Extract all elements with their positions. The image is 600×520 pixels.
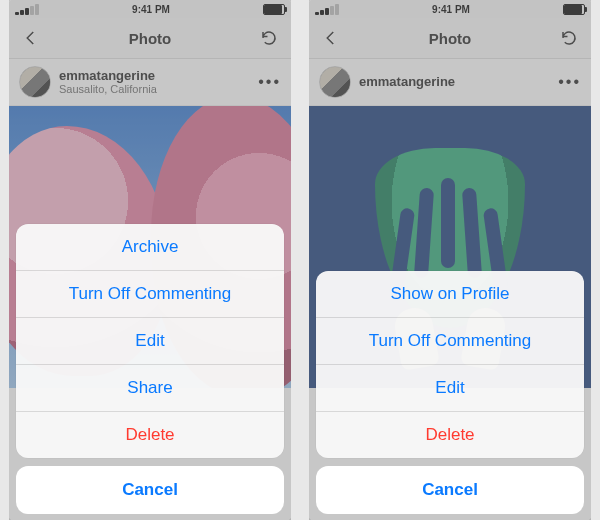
phone-right: 9:41 PM Photo emmatangerine ••• bbox=[309, 0, 591, 520]
sheet-item-edit[interactable]: Edit bbox=[16, 317, 284, 364]
sheet-item-delete[interactable]: Delete bbox=[16, 411, 284, 458]
phone-left: 9:41 PM Photo emmatangerine Sausalito, C… bbox=[9, 0, 291, 520]
sheet-item-turn-off-commenting[interactable]: Turn Off Commenting bbox=[16, 270, 284, 317]
sheet-item-share[interactable]: Share bbox=[16, 364, 284, 411]
sheet-item-delete[interactable]: Delete bbox=[316, 411, 584, 458]
sheet-cancel[interactable]: Cancel bbox=[16, 466, 284, 514]
sheet-item-show-on-profile[interactable]: Show on Profile bbox=[316, 271, 584, 317]
action-sheet-group: Show on Profile Turn Off Commenting Edit… bbox=[316, 271, 584, 458]
sheet-cancel[interactable]: Cancel bbox=[316, 466, 584, 514]
action-sheet: Show on Profile Turn Off Commenting Edit… bbox=[316, 271, 584, 514]
action-sheet: Archive Turn Off Commenting Edit Share D… bbox=[16, 224, 284, 514]
sheet-item-archive[interactable]: Archive bbox=[16, 224, 284, 270]
sheet-item-edit[interactable]: Edit bbox=[316, 364, 584, 411]
action-sheet-group: Archive Turn Off Commenting Edit Share D… bbox=[16, 224, 284, 458]
sheet-item-turn-off-commenting[interactable]: Turn Off Commenting bbox=[316, 317, 584, 364]
